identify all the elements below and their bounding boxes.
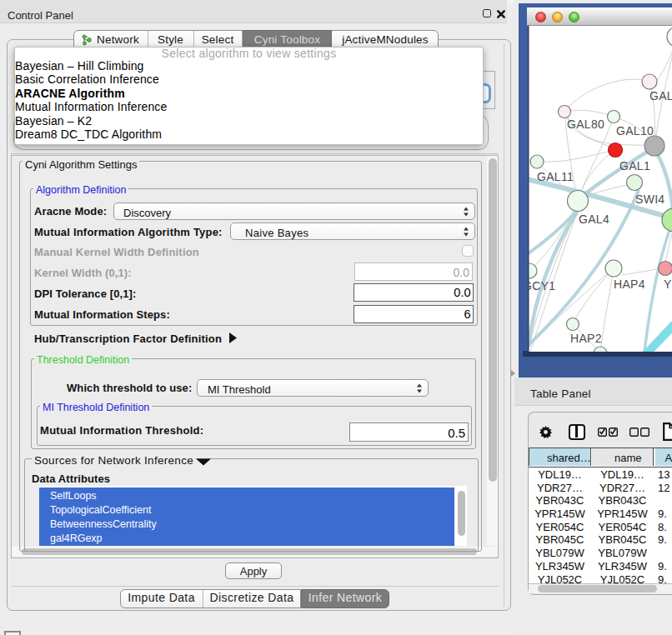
svg-text:GAL11: GAL11 (537, 170, 574, 183)
svg-text:GAL80: GAL80 (567, 118, 604, 131)
svg-text:GAL7: GAL7 (649, 89, 672, 102)
svg-text:GAL10: GAL10 (616, 124, 654, 138)
svg-text:GAL1: GAL1 (619, 159, 650, 172)
svg-text:HAP2: HAP2 (570, 332, 602, 345)
svg-text:GCY1: GCY1 (528, 279, 555, 292)
svg-text:GAL4: GAL4 (579, 212, 609, 226)
svg-text:Y: Y (664, 278, 672, 291)
svg-text:SWI4: SWI4 (635, 192, 664, 206)
svg-text:HAP4: HAP4 (614, 278, 645, 291)
